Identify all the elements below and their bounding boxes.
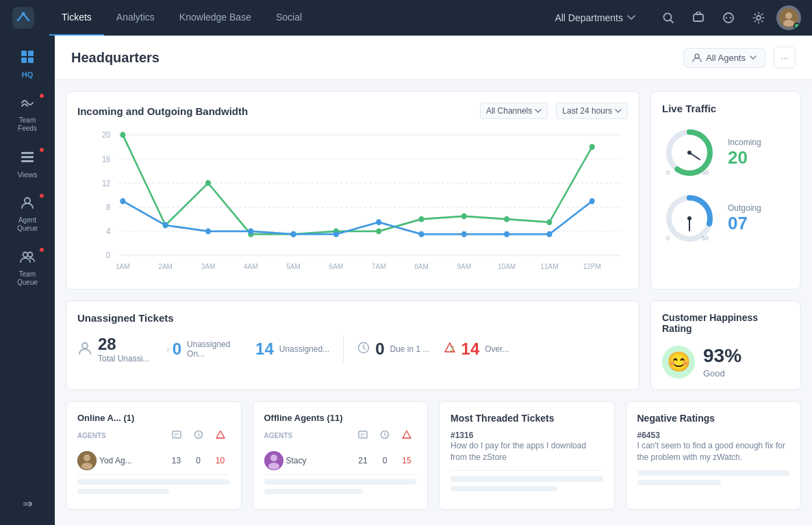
ticket-item-1316: #1316 How do I pay for the apps I downlo… bbox=[451, 431, 603, 463]
incoming-label-area: Incoming 20 bbox=[728, 138, 761, 168]
sidebar-collapse[interactable]: ⇒ bbox=[0, 488, 55, 520]
stat-unassigned-on: 0 Unassigned On... bbox=[173, 340, 255, 359]
chart-header: Incoming and Outgoing Bandwidth All Chan… bbox=[77, 103, 628, 119]
svg-rect-16 bbox=[21, 156, 34, 158]
svg-text:3AM: 3AM bbox=[201, 261, 216, 270]
nav-tab-tickets[interactable]: Tickets bbox=[49, 0, 104, 36]
sidebar-item-views[interactable]: Views bbox=[0, 141, 55, 187]
svg-point-94 bbox=[268, 463, 279, 470]
unassigned-title: Unassigned Tickets bbox=[77, 312, 628, 324]
neg-ticket-id: #6453 bbox=[637, 431, 790, 440]
offline-col-icon-3 bbox=[397, 430, 416, 441]
negative-item-6453: #6453 I can't seem to find a good enough… bbox=[637, 431, 790, 463]
svg-point-52 bbox=[376, 228, 381, 234]
svg-point-73 bbox=[687, 151, 692, 155]
smiley-icon: 😊 bbox=[662, 346, 695, 379]
svg-text:6AM: 6AM bbox=[329, 261, 344, 270]
sidebar-item-agent-queue[interactable]: AgentQueue bbox=[0, 187, 55, 241]
svg-point-2 bbox=[664, 14, 672, 21]
agent-placeholder-2 bbox=[77, 489, 169, 494]
online-indicator bbox=[794, 23, 800, 29]
all-agents-button[interactable]: All Agents bbox=[683, 48, 765, 68]
neg-placeholder-1 bbox=[637, 470, 790, 476]
svg-rect-3 bbox=[694, 14, 703, 21]
svg-point-58 bbox=[120, 198, 125, 204]
top-navigation: Tickets Analytics Knowledge Base Social … bbox=[0, 0, 812, 36]
unassigned-tickets-card: Unassigned Tickets 28 Total Unassi... bbox=[66, 300, 639, 390]
svg-text:1AM: 1AM bbox=[116, 261, 130, 270]
svg-rect-12 bbox=[28, 51, 34, 56]
stat-divider bbox=[343, 335, 344, 363]
svg-text:8: 8 bbox=[106, 203, 110, 212]
live-traffic-card: Live Traffic 0 50 bbox=[650, 91, 801, 290]
offline-agent-row: Stacy 21 0 15 bbox=[264, 447, 417, 475]
channels-filter[interactable]: All Channels bbox=[480, 103, 548, 119]
sidebar-item-hq[interactable]: HQ bbox=[0, 41, 55, 87]
svg-point-67 bbox=[504, 231, 509, 238]
sidebar-item-team-queue[interactable]: TeamQueue bbox=[0, 241, 55, 295]
agent-stat2: 0 bbox=[189, 456, 208, 465]
hq-icon bbox=[20, 49, 35, 68]
svg-point-21 bbox=[695, 54, 699, 58]
incoming-label: Incoming bbox=[728, 138, 761, 147]
hours-filter[interactable]: Last 24 hours bbox=[556, 103, 628, 119]
nav-icon-group bbox=[656, 5, 801, 30]
svg-point-82 bbox=[82, 343, 88, 348]
svg-point-18 bbox=[25, 198, 30, 203]
svg-point-66 bbox=[461, 231, 467, 238]
incoming-gauge: 0 50 bbox=[662, 125, 717, 180]
games-button[interactable] bbox=[716, 5, 741, 30]
offline-agent-name: Stacy bbox=[286, 456, 351, 465]
sidebar-item-team-feeds[interactable]: TeamFeeds bbox=[0, 87, 55, 141]
nav-tab-social[interactable]: Social bbox=[264, 0, 314, 36]
agent-stat3: 10 bbox=[211, 456, 230, 465]
threaded-placeholder-1 bbox=[451, 476, 603, 482]
settings-button[interactable] bbox=[746, 5, 771, 30]
overdue-icon: ⏳ bbox=[444, 342, 456, 357]
svg-text:12PM: 12PM bbox=[583, 261, 601, 270]
page-title: Headquarters bbox=[71, 50, 160, 66]
chart-title: Incoming and Outgoing Bandwidth bbox=[77, 105, 248, 117]
incoming-gauge-row: 0 50 Incoming 20 bbox=[662, 125, 789, 180]
svg-text:0: 0 bbox=[106, 251, 110, 260]
outgoing-gauge-row: 0 50 Outgoing 07 bbox=[662, 191, 789, 246]
incoming-value: 20 bbox=[728, 147, 761, 168]
team-queue-badge bbox=[38, 246, 45, 253]
notifications-button[interactable] bbox=[686, 5, 711, 30]
department-selector[interactable]: All Departments bbox=[548, 12, 642, 23]
unassigned-count: 14 bbox=[255, 340, 274, 359]
svg-text:16: 16 bbox=[102, 155, 110, 164]
stat-due-in: 0 Due in 1 ... bbox=[357, 340, 443, 359]
live-traffic-title: Live Traffic bbox=[662, 103, 789, 114]
svg-rect-14 bbox=[28, 57, 34, 63]
svg-point-89 bbox=[81, 463, 92, 470]
search-button[interactable] bbox=[656, 5, 681, 30]
ticket-separator bbox=[451, 470, 603, 471]
views-badge bbox=[38, 146, 45, 153]
svg-point-19 bbox=[23, 253, 28, 257]
happiness-title: Customer Happiness Rating bbox=[662, 312, 789, 334]
user-avatar[interactable] bbox=[776, 5, 801, 30]
team-queue-label: TeamQueue bbox=[17, 270, 38, 287]
unassigned-on-count: 0 bbox=[173, 340, 181, 359]
agent-avatar bbox=[77, 451, 97, 470]
svg-point-56 bbox=[546, 219, 552, 225]
svg-point-69 bbox=[589, 198, 595, 204]
svg-point-20 bbox=[28, 253, 33, 257]
nav-tab-knowledge-base[interactable]: Knowledge Base bbox=[167, 0, 264, 36]
nav-tab-analytics[interactable]: Analytics bbox=[104, 0, 167, 36]
more-options-button[interactable]: ··· bbox=[774, 47, 796, 68]
svg-point-79 bbox=[687, 216, 692, 220]
agent-queue-badge bbox=[38, 192, 45, 199]
happiness-percentage: 93% bbox=[703, 345, 741, 366]
happiness-values: 93% Good bbox=[703, 345, 741, 379]
ticket-id: #1316 bbox=[451, 431, 603, 440]
hq-label: HQ bbox=[22, 71, 34, 79]
unassigned-on-label: Unassigned On... bbox=[187, 340, 242, 359]
team-queue-icon bbox=[20, 249, 35, 268]
app-logo[interactable] bbox=[11, 5, 36, 30]
svg-point-9 bbox=[785, 12, 792, 19]
offline-agent-avatar bbox=[264, 451, 283, 470]
svg-point-63 bbox=[333, 231, 339, 238]
total-unassigned-count: 28 bbox=[98, 335, 116, 353]
